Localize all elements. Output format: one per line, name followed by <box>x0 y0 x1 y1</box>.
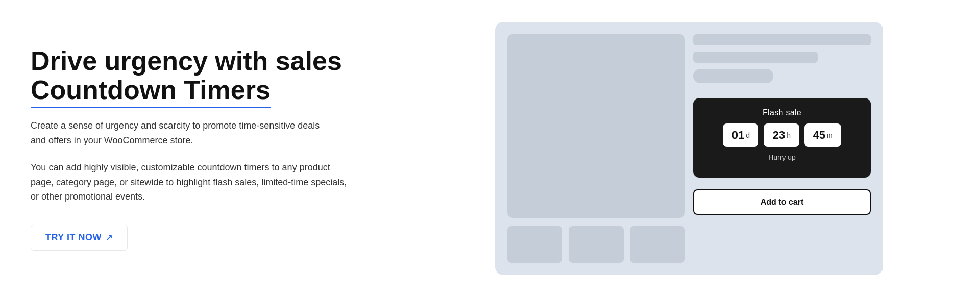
days-box: 01 d <box>723 123 758 147</box>
minutes-box: 45 m <box>804 123 841 147</box>
thumbnail-2 <box>569 226 624 263</box>
page-container: Drive urgency with sales Countdown Timer… <box>0 2 980 295</box>
thumbnail-3 <box>630 226 685 263</box>
minutes-value: 45 <box>813 129 825 142</box>
try-it-label: TRY IT NOW <box>45 232 102 243</box>
try-it-now-button[interactable]: TRY IT NOW ↗ <box>31 225 128 251</box>
minutes-unit: m <box>827 131 833 139</box>
main-heading: Drive urgency with sales Countdown Timer… <box>31 46 388 108</box>
info-bar-subtitle <box>693 52 818 63</box>
hours-value: 23 <box>773 129 785 142</box>
add-to-cart-section: Add to cart <box>693 186 871 218</box>
days-unit: d <box>746 131 750 139</box>
info-bar-title <box>693 34 871 45</box>
product-mockup: Flash sale 01 d 23 h 45 m Hurr <box>495 22 883 275</box>
timer-boxes: 01 d 23 h 45 m <box>723 123 841 147</box>
hours-box: 23 h <box>764 123 799 147</box>
right-section: Flash sale 01 d 23 h 45 m Hurr <box>429 22 949 275</box>
title-line1: Drive urgency with sales <box>31 46 342 76</box>
add-to-cart-button[interactable]: Add to cart <box>693 189 871 215</box>
flash-sale-label: Flash sale <box>763 108 801 117</box>
info-bar-price <box>693 69 773 83</box>
product-image-placeholder <box>507 34 685 218</box>
description-2: You can add highly visible, customizable… <box>31 160 347 204</box>
thumbnail-1 <box>507 226 562 263</box>
hours-unit: h <box>787 131 791 139</box>
hurry-up-label: Hurry up <box>768 153 796 161</box>
title-line2: Countdown Timers <box>31 76 271 108</box>
left-section: Drive urgency with sales Countdown Timer… <box>31 46 388 251</box>
thumbnail-row <box>507 226 685 263</box>
external-link-icon: ↗ <box>106 233 113 242</box>
product-info-section <box>693 34 871 90</box>
description-1: Create a sense of urgency and scarcity t… <box>31 118 327 148</box>
days-value: 01 <box>732 129 744 142</box>
add-to-cart-label: Add to cart <box>761 197 803 206</box>
countdown-widget: Flash sale 01 d 23 h 45 m Hurr <box>693 98 871 178</box>
